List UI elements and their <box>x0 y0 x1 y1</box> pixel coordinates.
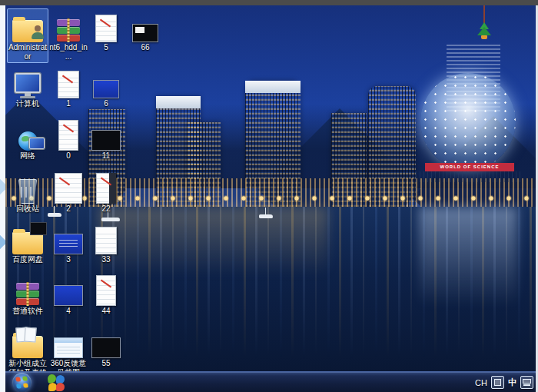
desktop-icon-file-6[interactable]: 6 <box>85 65 127 110</box>
desktop-icon-recycle-bin[interactable]: 回收站 <box>7 170 48 215</box>
desktop-icon-file-2[interactable]: 2 <box>48 170 89 215</box>
icon-label: 11 <box>86 151 126 161</box>
start-button[interactable] <box>12 373 32 392</box>
user-folder-icon <box>8 10 48 42</box>
desktop-icon-file-5[interactable]: 5 <box>85 8 127 54</box>
icon-label: 2 <box>48 204 88 214</box>
document-icon <box>48 118 88 151</box>
desktop-icon-file-44[interactable]: 44 <box>85 272 127 317</box>
icon-label: 3 <box>48 255 88 264</box>
icon-label: nt6_hdd_in... <box>48 43 88 61</box>
desktop-icon-file-11[interactable]: 11 <box>85 117 127 162</box>
desktop-icon-file-22[interactable]: 22 <box>85 170 127 215</box>
desktop-icon-new-group-folder[interactable]: 新小组成立须知及表格 <box>7 324 48 379</box>
desktop-icon-network[interactable]: 网络 <box>7 117 48 162</box>
screenshot-icon <box>86 118 126 151</box>
sphere-banner: WORLD OF SCIENCE <box>425 163 514 171</box>
pinwheel-app-icon <box>48 374 65 391</box>
icon-label: 回收站 <box>8 204 48 214</box>
icon-label: 6 <box>86 99 126 108</box>
icon-label: 计算机 <box>8 99 48 108</box>
icon-label: 66 <box>125 43 165 52</box>
desktop-icon-file-4[interactable]: 4 <box>48 272 89 317</box>
computer-icon <box>8 66 48 98</box>
desktop-icon-nt6-hdd-installer[interactable]: nt6_hdd_in... <box>48 8 89 63</box>
christmas-tree-ornament <box>473 5 496 45</box>
desktop-icon-file-1[interactable]: 1 <box>48 65 89 110</box>
window-top-border <box>0 0 538 5</box>
ime-chinese-mode-indicator[interactable]: 中 <box>508 377 516 388</box>
desktop-icon-administrator[interactable]: Administrator <box>7 8 48 63</box>
document-icon <box>86 222 126 254</box>
icon-label: 4 <box>48 307 88 316</box>
icon-label: 22 <box>86 204 126 214</box>
windows-logo-icon <box>15 376 28 388</box>
icon-label: 0 <box>48 151 88 161</box>
icon-label: 55 <box>86 359 126 368</box>
desktop-icon-file-55[interactable]: 55 <box>85 324 127 370</box>
desktop-icon-file-3[interactable]: 3 <box>48 221 89 266</box>
taskbar-app-360-button[interactable] <box>45 373 67 392</box>
screenshot-icon <box>86 326 126 358</box>
document-icon <box>86 171 126 204</box>
taskbar: CH 中 <box>5 371 536 392</box>
science-world-sphere <box>420 73 516 170</box>
desktop-icon-file-33[interactable]: 33 <box>85 221 127 266</box>
page-left-margin <box>0 5 5 392</box>
document-icon <box>48 171 88 204</box>
rar-archive-icon <box>8 274 48 306</box>
screenshot-icon <box>48 222 88 254</box>
rar-archive-icon <box>48 10 88 42</box>
ime-toolbar-icon[interactable] <box>491 376 504 389</box>
desktop-icon-baidu-netdisk-folder[interactable]: 百度网盘 <box>7 221 48 266</box>
boat <box>259 214 273 218</box>
network-icon <box>8 118 48 151</box>
desktop-icon-file-66[interactable]: 66 <box>125 8 166 54</box>
icon-label: 百度网盘 <box>8 255 48 264</box>
language-indicator[interactable]: CH <box>475 378 487 387</box>
soft-keyboard-icon[interactable] <box>520 376 533 389</box>
document-icon <box>48 66 88 98</box>
window-screenshot-icon <box>48 326 88 358</box>
desktop[interactable]: WORLD OF SCIENCE Administrator nt6_hdd_i… <box>5 5 536 392</box>
documents-folder-icon <box>8 326 48 358</box>
screenshot-icon <box>125 10 165 42</box>
icon-label: 44 <box>86 307 126 316</box>
icon-label: 5 <box>86 43 126 52</box>
desktop-icon-common-software[interactable]: 普通软件 <box>7 272 48 317</box>
icon-label: Administrator <box>8 43 48 61</box>
icon-label: 网络 <box>8 151 48 161</box>
icon-label: 33 <box>86 255 126 264</box>
icon-label: 普通软件 <box>8 307 48 316</box>
desktop-icon-computer[interactable]: 计算机 <box>7 65 48 110</box>
icon-label: 1 <box>48 99 88 108</box>
screenshot-icon <box>48 274 88 306</box>
document-icon <box>86 10 126 42</box>
screenshot-icon <box>86 66 126 98</box>
recycle-bin-icon <box>8 171 48 204</box>
app-folder-icon <box>8 222 48 254</box>
document-icon <box>86 274 126 306</box>
desktop-icon-file-0[interactable]: 0 <box>48 117 89 162</box>
system-tray: CH 中 <box>475 372 535 392</box>
